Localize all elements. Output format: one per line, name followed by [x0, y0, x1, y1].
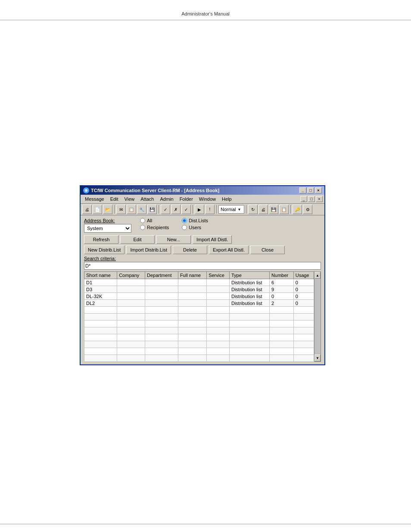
new-button[interactable]: New...	[156, 235, 191, 244]
table-cell: D3	[84, 286, 117, 293]
table-cell: Distribution list	[229, 279, 269, 286]
table-cell-empty	[84, 334, 117, 341]
table-cell-empty	[207, 348, 230, 355]
tb-new-btn[interactable]: 📄	[93, 205, 102, 214]
tb-play-btn[interactable]: ▶	[195, 205, 204, 214]
table-cell: DL2	[84, 300, 117, 307]
edit-button[interactable]: Edit	[120, 235, 155, 244]
table-cell	[178, 293, 206, 300]
export-all-button[interactable]: Export All Distl.	[209, 246, 249, 254]
tb-refresh-btn[interactable]: ↻	[248, 205, 258, 214]
page-header: Administrator's Manual	[0, 8, 411, 20]
inner-close-button[interactable]: ×	[316, 196, 323, 202]
inner-restore-button[interactable]: □	[308, 196, 315, 202]
col-company[interactable]: Company	[117, 272, 145, 279]
tb-open-btn[interactable]: 📂	[103, 205, 112, 214]
table-cell	[145, 279, 178, 286]
menu-window[interactable]: Window	[196, 196, 218, 202]
tb-check2-btn[interactable]: ✓	[181, 205, 191, 214]
radio-group-2: Dist.Lists Users	[182, 218, 208, 230]
tb-btn4[interactable]: ✉	[116, 205, 126, 214]
minimize-button[interactable]: _	[299, 187, 306, 193]
tb-print2-btn[interactable]: 🖨	[258, 205, 268, 214]
scroll-down-button[interactable]: ▼	[314, 355, 321, 361]
tb-btn5[interactable]: 📋	[127, 205, 136, 214]
table-cell-empty	[229, 334, 269, 341]
table-row[interactable]: DL2Distribution list20	[84, 300, 314, 307]
priority-dropdown[interactable]: Normal ▼	[218, 205, 244, 214]
table-cell: 9	[270, 286, 294, 293]
table-cell: 2	[270, 300, 294, 307]
tb-key-btn[interactable]: 🔑	[293, 205, 302, 214]
tb-btn7[interactable]: 💾	[147, 205, 157, 214]
col-short-name[interactable]: Short name	[84, 272, 117, 279]
menu-admin[interactable]: Admin	[157, 196, 176, 202]
col-department[interactable]: Department	[145, 272, 178, 279]
table-cell-empty	[178, 341, 206, 348]
table-row-empty	[84, 355, 314, 362]
radio-all: All	[140, 218, 169, 223]
tb-x-btn[interactable]: ✗	[171, 205, 181, 214]
col-service[interactable]: Service	[207, 272, 230, 279]
close-button[interactable]: Close	[250, 246, 285, 254]
tb-exclaim-btn[interactable]: !	[205, 205, 215, 214]
tb-btn6[interactable]: 🔧	[137, 205, 146, 214]
table-row[interactable]: D3Distribution list90	[84, 286, 314, 293]
address-book-select[interactable]: System	[84, 224, 131, 233]
table-cell-empty	[293, 327, 314, 334]
tb-clip-btn[interactable]: 📋	[279, 205, 289, 214]
col-type[interactable]: Type	[229, 272, 269, 279]
tb-save-btn[interactable]: 💾	[269, 205, 278, 214]
table-row-empty	[84, 341, 314, 348]
table-cell-empty	[178, 355, 206, 362]
col-full-name[interactable]: Full name	[178, 272, 206, 279]
menu-message[interactable]: Message	[82, 196, 107, 202]
refresh-button[interactable]: Refresh	[84, 235, 118, 244]
radio-distlists: Dist.Lists	[182, 218, 208, 223]
menu-view[interactable]: View	[122, 196, 137, 202]
table-cell	[145, 286, 178, 293]
vertical-scrollbar[interactable]: ▲ ▼	[314, 271, 321, 362]
table-row[interactable]: D1Distribution list60	[84, 279, 314, 286]
table-cell-empty	[270, 341, 294, 348]
table-cell	[178, 286, 206, 293]
tb-sep3	[193, 205, 193, 214]
radio-group-1: All Recipients	[140, 218, 169, 230]
table-cell-empty	[117, 314, 145, 320]
menu-attach[interactable]: Attach	[138, 196, 156, 202]
radio-recipients-input[interactable]	[140, 225, 145, 230]
radio-all-input[interactable]	[140, 218, 145, 223]
radio-users-input[interactable]	[182, 225, 187, 230]
table-cell-empty	[207, 314, 230, 320]
window-controls: _ □ ×	[299, 187, 322, 193]
import-distrib-button[interactable]: Import Distrib.List	[126, 246, 171, 254]
import-all-button[interactable]: Import All Distl.	[193, 235, 232, 244]
tb-print-btn[interactable]: 🖨	[82, 205, 92, 214]
menu-help[interactable]: Help	[219, 196, 234, 202]
table-cell: 0	[293, 286, 314, 293]
table-cell-empty	[229, 320, 269, 327]
table-cell-empty	[270, 348, 294, 355]
menu-edit[interactable]: Edit	[108, 196, 121, 202]
menu-folder[interactable]: Folder	[177, 196, 196, 202]
tb-check-btn[interactable]: ✓	[161, 205, 170, 214]
search-input[interactable]	[84, 262, 321, 270]
radio-users: Users	[182, 225, 208, 230]
table-row[interactable]: DL-32KDistribution list00	[84, 293, 314, 300]
maximize-button[interactable]: □	[307, 187, 314, 193]
radio-distlists-input[interactable]	[182, 218, 187, 223]
table-cell-empty	[178, 348, 206, 355]
table-cell-empty	[117, 334, 145, 341]
table-cell-empty	[117, 355, 145, 362]
inner-minimize-button[interactable]: _	[300, 196, 307, 202]
new-distrib-button[interactable]: New Distrib.List	[84, 246, 125, 254]
col-number[interactable]: Number	[270, 272, 294, 279]
tb-gear-btn[interactable]: ⚙	[303, 205, 312, 214]
delete-button[interactable]: Delete	[173, 246, 207, 254]
scroll-up-button[interactable]: ▲	[314, 272, 321, 279]
scroll-track[interactable]	[314, 279, 321, 355]
close-button[interactable]: ×	[315, 187, 322, 193]
table-cell	[178, 279, 206, 286]
col-usage[interactable]: Usage	[293, 272, 314, 279]
table-cell-empty	[145, 314, 178, 320]
